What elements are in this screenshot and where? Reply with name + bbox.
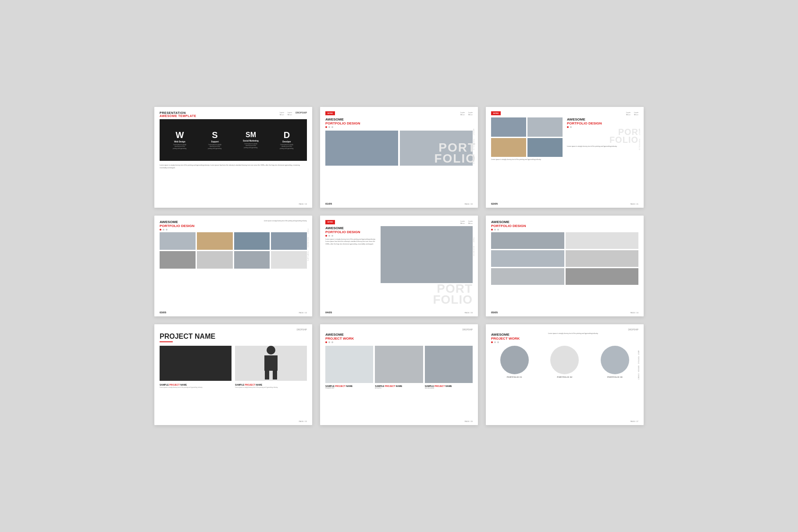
slide-6-header: AWESOME PORTFOLIO DESIGN [486, 216, 644, 232]
leg-1 [265, 371, 269, 379]
body [264, 355, 278, 371]
slide-9-circles: PORTFOLIO 01 PORTFOLIO 02 PORTFOLIO 03 [486, 343, 644, 378]
nav-item: LeptoMovo [460, 111, 465, 116]
sidebar-business: BUSINESS [473, 246, 474, 256]
hero-desc: Lorem ipsum is simplydummy text of thepr… [173, 144, 187, 149]
circle-img-1 [500, 346, 529, 374]
slide-4-body: Lorem ipsum is simply dummy text of the … [264, 220, 307, 231]
hero-item-w: W Web Design Lorem ipsum is simplydummy … [173, 131, 187, 149]
caption-1: SAMPLE PROJECT NAME Lorem ipsum is simpl… [160, 383, 232, 388]
hero-label: Devolper [280, 141, 294, 143]
hero-desc: Lorem ipsum is simplydummy text of thepr… [243, 143, 259, 149]
img-ph [527, 138, 563, 157]
slide-4: AWESOME PORTFOLIO DESIGN Lorem ipsum is … [154, 216, 312, 316]
slide-1-nav: LeptoMovo LeptoMovo DROPSHIP [280, 111, 307, 116]
person-silhouette [264, 346, 278, 381]
circle-ph-1 [500, 346, 529, 374]
slide-3-nav: LeptoMovo LeptoMovo [626, 111, 638, 116]
slide-5-portfolio: PORTFOLIO DESIGN [325, 230, 378, 234]
sidebar-business: BUSINESS [307, 238, 309, 248]
img-ph [566, 268, 639, 285]
red-project: PROJECT [385, 385, 395, 387]
sidebar-template: TEMPLATE [307, 251, 309, 262]
sidebar-contact: CONTACT [638, 373, 639, 379]
img-4 [566, 250, 639, 267]
slide-4-awesome: AWESOME [160, 220, 195, 224]
dot-3 [331, 341, 333, 343]
slide-1-body: Lorem ipsum is simply dummy text of the … [154, 161, 312, 171]
slide-3-awesome: AWESOME [567, 117, 638, 121]
slide-2-badge: INTRO [325, 111, 335, 115]
slide-5-main-img [381, 226, 473, 283]
circle-1: PORTFOLIO 01 [500, 346, 529, 378]
sidebar-portfolio: PORTFOLIO [638, 139, 640, 150]
slide-3-right: AWESOME PORTFOLIO DESIGN PORFOLIO Lorem … [567, 117, 638, 161]
hero-item-d: D Devolper Lorem ipsum is simplydummy te… [280, 131, 294, 149]
circle-2: PORTFOLIO 02 [550, 346, 579, 378]
slide-3-badge: INTRO [491, 111, 501, 115]
slide-8-captions: SAMPLE PROJECT NAME POWERPOINT SAMPLE PR… [320, 383, 478, 389]
img-ph [491, 268, 564, 285]
slide-2-portfolio: PORTFOLIO DESIGN [325, 121, 473, 125]
img-5 [491, 268, 564, 285]
slide-7: DROPSHIP PROJECT NAME SAMPLE PROJECT NAM… [154, 324, 312, 425]
img-ph [271, 232, 307, 250]
slide-4-images [160, 232, 307, 269]
slides-grid: PRESENTATION AWESOME TEMPLATE LeptoMovo … [128, 81, 670, 451]
red-project: PROJECT [435, 385, 445, 387]
hero-label: Web Design [173, 141, 187, 143]
slide-1: PRESENTATION AWESOME TEMPLATE LeptoMovo … [154, 107, 312, 208]
hero-item-s: S Support Lorem ipsum is simplydummy tex… [208, 131, 222, 149]
slide-6-dots [491, 229, 638, 231]
img-4 [527, 138, 563, 157]
slide-3-page-num: 02/05 [491, 202, 498, 205]
caption-1-title: SAMPLE PROJECT NAME [160, 383, 232, 386]
slide-1-sub-title: AWESOME TEMPLATE [160, 114, 196, 117]
slide-6-page-right: PAGE / 24 [630, 312, 638, 314]
dot-2 [494, 229, 496, 231]
slide-7-img-1 [160, 346, 232, 381]
slide-2-port-text: PORTFOLIO [434, 142, 478, 164]
slide-6: AWESOME PORTFOLIO DESIGN 05/05 PAGE / 24 [486, 216, 644, 316]
slide-8-awesome: AWESOME [320, 333, 478, 337]
leg-2 [273, 371, 277, 379]
circle-ph-2 [550, 346, 579, 374]
slide-5-nav: LeptoMovo LeptoMovo [460, 220, 473, 224]
img-ph [160, 251, 196, 269]
dot-3 [497, 341, 499, 343]
sidebar-services: SERVICES [473, 154, 474, 164]
img-6 [197, 251, 233, 269]
caption-2-title: SAMPLE PROJECT NAME [235, 383, 307, 386]
dot-1 [325, 341, 327, 343]
slide-5-sidebar: PAGE BUSINESS [473, 238, 474, 256]
slide-1-main-title: PRESENTATION [160, 111, 196, 114]
slide-5-right: PORTFOLIO [381, 226, 473, 305]
dot-1 [325, 126, 327, 128]
dot-1 [325, 235, 327, 237]
slide-8: DROPSHIP AWESOME PROJECT WORK SAMPLE PRO… [320, 324, 478, 425]
slide-3-page-right: PAGE / 21 [630, 203, 638, 205]
slide-8-img-2 [375, 346, 423, 383]
slide-2-awesome: AWESOME [325, 117, 473, 121]
slide-6-images [491, 232, 638, 285]
slide-8-img-1 [325, 346, 373, 383]
slide-6-page-num: 05/05 [491, 311, 498, 314]
slide-7-project-name: PROJECT NAME [154, 333, 312, 340]
slide-6-awesome: AWESOME [491, 220, 638, 224]
caption-2: SAMPLE PROJECT NAME Lorem ipsum is simpl… [235, 383, 307, 388]
slide-6-portfolio: PORTFOLIO DESIGN [491, 224, 638, 228]
slide-9-left: AWESOME PROJECT WORK [491, 333, 544, 343]
slide-4-page-num: 03/05 [160, 311, 166, 314]
slide-5-left: AWESOME PORTFOLIO DESIGN Lorem ipsum is … [325, 226, 378, 305]
slide-7-img-2 [235, 346, 307, 381]
circle-3: PORTFOLIO 03 [601, 346, 629, 378]
img-ph [566, 250, 639, 267]
slide-5-page-num: 04/05 [325, 311, 332, 314]
slide-3-sidebar: ABOUT PORTFOLIO [638, 129, 640, 151]
head [267, 346, 275, 355]
dot-2 [163, 229, 164, 231]
caption-3-sub: GOOGLESLIDE [425, 387, 473, 389]
dot-1 [491, 229, 493, 231]
dot-2 [328, 341, 330, 343]
slide-2-nav: LeptoMovo LeptoMovo [460, 111, 473, 116]
